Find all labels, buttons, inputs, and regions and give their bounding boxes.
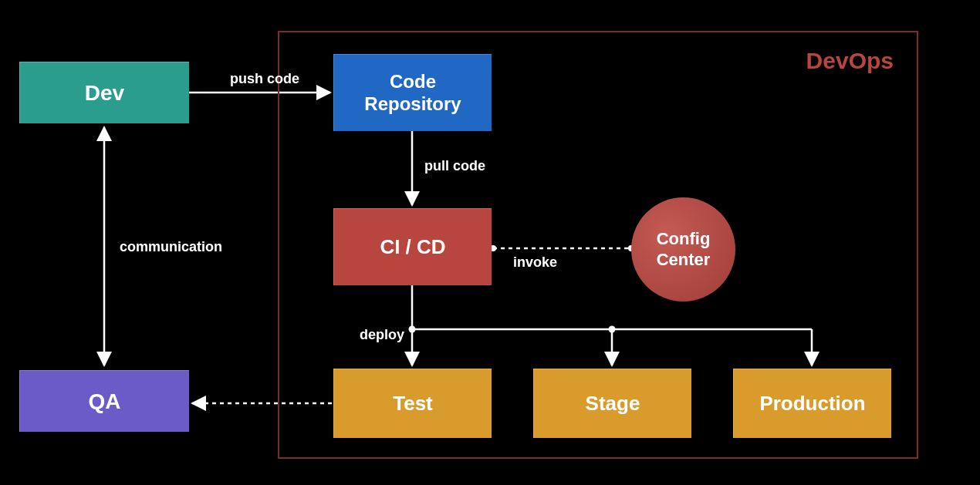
node-cicd-label: CI / CD: [380, 235, 445, 259]
node-production-label: Production: [759, 392, 865, 416]
node-stage: Stage: [533, 369, 691, 438]
node-cicd: CI / CD: [333, 208, 492, 285]
label-invoke: invoke: [513, 254, 557, 271]
node-test: Test: [333, 369, 492, 438]
node-code-repo: Code Repository: [333, 54, 492, 131]
node-dev: Dev: [19, 62, 189, 123]
node-test-label: Test: [393, 392, 433, 416]
node-qa: QA: [19, 370, 189, 432]
label-deploy: deploy: [360, 327, 404, 343]
node-stage-label: Stage: [586, 392, 640, 416]
node-config-label: Config Center: [657, 229, 711, 270]
label-communication: communication: [120, 239, 222, 255]
node-config-center: Config Center: [631, 197, 735, 301]
label-push-code: push code: [230, 71, 299, 87]
node-qa-label: QA: [89, 389, 121, 414]
devops-title: DevOps: [806, 48, 894, 74]
node-production: Production: [733, 369, 891, 438]
node-dev-label: Dev: [85, 81, 124, 106]
node-code-repo-label: Code Repository: [364, 71, 461, 116]
label-pull-code: pull code: [424, 158, 485, 174]
